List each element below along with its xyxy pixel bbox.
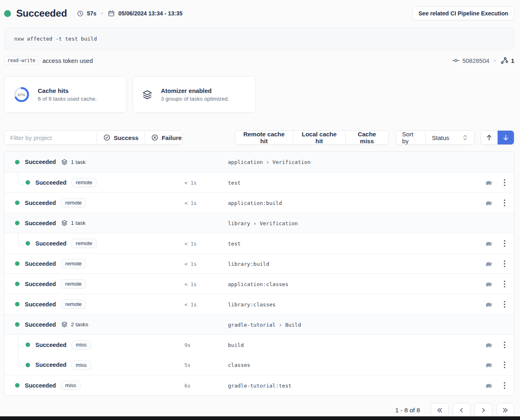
task-duration: < 1s xyxy=(184,240,197,246)
success-filter-button[interactable]: Success xyxy=(97,131,145,144)
gradle-elephant-icon xyxy=(485,362,493,368)
next-page-button[interactable] xyxy=(474,403,492,418)
task-duration: 5s xyxy=(184,362,191,368)
success-filter-label: Success xyxy=(114,134,139,141)
first-page-button[interactable] xyxy=(431,403,448,418)
command-text: nxw affected -t test build xyxy=(14,36,97,42)
task-list: Succeeded 1 task application › Verificat… xyxy=(4,151,514,396)
cache-status-badge: remote xyxy=(72,239,97,248)
status-dot xyxy=(15,261,20,266)
cache-status-badge: miss xyxy=(72,360,91,370)
sort-control: Sort by Status xyxy=(396,130,474,145)
task-group-row[interactable]: Succeeded 1 task application › Verificat… xyxy=(4,152,514,172)
pagination: 1 - 8 of 8 xyxy=(4,403,514,418)
kebab-menu-button[interactable] xyxy=(502,359,507,370)
status-label: Succeeded xyxy=(25,200,56,206)
task-row[interactable]: Succeeded miss 5s classes xyxy=(4,355,514,375)
task-duration: < 1s xyxy=(184,179,197,185)
commit-icon xyxy=(452,58,459,63)
related-pipeline-button[interactable]: See related CI Pipeline Execution xyxy=(412,6,514,20)
chevron-updown-icon xyxy=(462,134,468,141)
atomizer-card[interactable]: Atomizer enabled 3 groups of tasks optim… xyxy=(132,76,256,113)
cache-status-badge: remote xyxy=(61,198,86,207)
remote-cache-hit-button[interactable]: Remote cache hit xyxy=(235,131,293,144)
cache-status-badge: remote xyxy=(61,279,86,289)
kebab-menu-button[interactable] xyxy=(502,258,507,269)
atomizer-group-icon xyxy=(61,220,68,226)
task-row[interactable]: Succeeded remote < 1s application:build xyxy=(4,192,514,213)
commit-id[interactable]: 50828504 xyxy=(462,57,490,64)
previous-page-button[interactable] xyxy=(453,403,470,418)
project-target-label: library › Verification xyxy=(228,220,298,226)
gradle-elephant-icon xyxy=(485,200,493,206)
status-dot xyxy=(15,200,20,205)
task-count: 1 task xyxy=(71,159,86,165)
task-target: gradle-tutorial:test xyxy=(228,382,292,388)
kebab-menu-button[interactable] xyxy=(502,380,507,391)
task-count: 1 task xyxy=(71,220,86,226)
cache-hits-card[interactable]: 67% Cache hits 6 of 9 tasks used cache. xyxy=(4,76,127,113)
sort-ascending-button[interactable] xyxy=(481,131,498,144)
status-dot xyxy=(26,180,30,185)
atomizer-group-icon xyxy=(61,321,68,328)
task-row[interactable]: Succeeded remote < 1s test xyxy=(4,233,514,253)
task-row[interactable]: Succeeded remote < 1s application:classe… xyxy=(4,274,514,294)
sort-descending-button[interactable] xyxy=(497,131,514,144)
status-dot xyxy=(15,221,20,225)
clock-icon xyxy=(77,10,84,17)
task-target: test xyxy=(228,179,240,185)
gradle-elephant-icon xyxy=(485,179,493,185)
failures-filter-button[interactable]: Failures xyxy=(145,131,182,144)
status-label: Succeeded xyxy=(35,179,67,186)
kebab-menu-button[interactable] xyxy=(502,339,507,351)
status-label: Succeeded xyxy=(35,240,67,247)
run-date-range: 05/06/2024 13:34 - 13:35 xyxy=(118,10,182,17)
last-page-button[interactable] xyxy=(496,403,514,418)
branch-count: 1 xyxy=(511,57,514,64)
access-token-label: access token used xyxy=(42,57,93,64)
task-target: application:classes xyxy=(228,281,288,287)
gradle-elephant-icon xyxy=(485,301,493,307)
cache-status-badge: miss xyxy=(61,381,81,390)
kebab-menu-button[interactable] xyxy=(502,177,507,188)
status-label: Succeeded xyxy=(25,301,56,308)
kebab-menu-button[interactable] xyxy=(502,197,507,209)
atomizer-title: Atomizer enabled xyxy=(161,87,229,94)
tree-connector xyxy=(18,172,24,185)
check-circle-icon xyxy=(103,134,110,141)
task-row[interactable]: Succeeded remote < 1s test xyxy=(4,172,514,192)
task-count: 2 tasks xyxy=(71,321,89,327)
tree-connector xyxy=(18,335,24,347)
project-target-label: application › Verification xyxy=(228,159,311,165)
sort-select[interactable]: Status xyxy=(425,131,474,144)
kebab-menu-button[interactable] xyxy=(502,299,507,310)
status-label: Succeeded xyxy=(25,281,56,287)
project-filter-group: Success Failures xyxy=(4,130,182,145)
status-dot xyxy=(15,383,20,388)
task-row[interactable]: Succeeded miss 9s build xyxy=(4,334,514,355)
status-label: Succeeded xyxy=(35,362,67,368)
task-target: library:classes xyxy=(228,301,275,307)
local-cache-hit-label: Local cache hit xyxy=(299,131,339,144)
task-group-row[interactable]: Succeeded 1 task library › Verification xyxy=(4,213,514,233)
task-target: test xyxy=(228,240,240,246)
task-row[interactable]: Succeeded miss 6s gradle-tutorial:test xyxy=(4,375,514,395)
cache-hit-percent: 67% xyxy=(13,86,30,103)
kebab-menu-button[interactable] xyxy=(502,278,507,290)
tree-connector xyxy=(18,347,24,367)
cache-miss-label: Cache miss xyxy=(352,131,382,144)
project-filter-input[interactable] xyxy=(4,131,97,144)
task-group-row[interactable]: Succeeded 2 tasks gradle-tutorial › Buil… xyxy=(4,314,514,334)
local-cache-hit-button[interactable]: Local cache hit xyxy=(293,131,345,144)
task-row[interactable]: Succeeded remote < 1s library:classes xyxy=(4,294,514,314)
task-row[interactable]: Succeeded remote < 1s library:build xyxy=(4,253,514,274)
task-duration: < 1s xyxy=(184,200,197,206)
cache-miss-button[interactable]: Cache miss xyxy=(345,131,388,144)
task-target: build xyxy=(228,342,244,348)
cache-status-badge: miss xyxy=(72,340,91,349)
kebab-menu-button[interactable] xyxy=(502,238,507,249)
task-target: application:build xyxy=(228,200,282,206)
task-duration: < 1s xyxy=(184,261,197,267)
sort-by-label: Sort by xyxy=(396,131,425,144)
sort-selected-value: Status xyxy=(432,134,449,141)
